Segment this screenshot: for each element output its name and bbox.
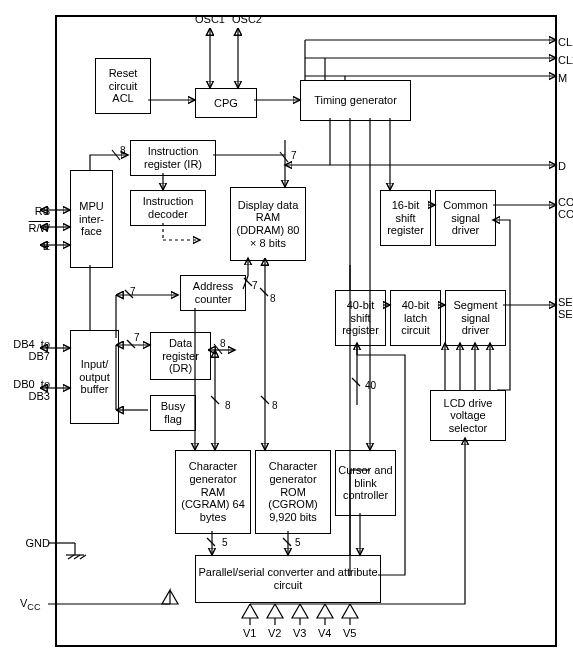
block-psattr: Parallel/serial converter and attribute …	[195, 555, 381, 603]
bus-addr-7: 7	[130, 286, 136, 297]
bus-dr-out-8: 8	[220, 338, 226, 349]
pin-db03: DB0 to DB3	[5, 378, 50, 402]
bus-ir-8: 8	[120, 145, 126, 156]
bus-ddram-dn-8: 8	[270, 293, 276, 304]
pin-e: E	[5, 240, 50, 252]
pin-m: M	[558, 72, 567, 84]
block-addr: Address counter	[180, 275, 246, 311]
bus-40: 40	[365, 380, 376, 391]
block-cpg: CPG	[195, 88, 257, 118]
block-shift40: 40-bit shift register	[335, 290, 386, 346]
block-ir: Instruction register (IR)	[130, 140, 216, 176]
block-reset: Reset circuit ACL	[95, 58, 151, 114]
pin-d: D	[558, 160, 566, 172]
bus-cgram-8a: 8	[225, 400, 231, 411]
pin-cl1: CL1	[558, 36, 573, 48]
pin-com: COM1 to COM16	[558, 196, 573, 220]
bus-ddram-to-addr-7: 7	[252, 280, 258, 291]
block-shift16: 16-bit shift register	[380, 190, 431, 246]
block-mpu: MPU inter- face	[70, 170, 113, 268]
bus-dr-7: 7	[134, 332, 140, 343]
bus-cgrom-5: 5	[295, 537, 301, 548]
pin-osc2: OSC2	[232, 13, 262, 25]
block-timing: Timing generator	[300, 80, 411, 121]
block-comdrv: Common signal driver	[435, 190, 496, 246]
block-ddram: Display data RAM (DDRAM) 80 × 8 bits	[230, 187, 306, 261]
block-lcdv: LCD drive voltage selector	[430, 390, 506, 441]
bus-cgrom-8: 8	[272, 400, 278, 411]
pin-rw: R/W	[5, 222, 50, 234]
pin-v2: V2	[268, 627, 281, 639]
bus-cgram-5: 5	[222, 537, 228, 548]
block-iobuf: Input/ output buffer	[70, 330, 119, 424]
pin-vcc: VCC	[20, 597, 41, 612]
block-latch40: 40-bit latch circuit	[390, 290, 441, 346]
pin-v1: V1	[243, 627, 256, 639]
pin-gnd: GND	[5, 537, 50, 549]
pin-db47: DB4 to DB7	[5, 338, 50, 362]
block-idec: Instruction decoder	[130, 190, 206, 226]
bus-ddram-7: 7	[291, 150, 297, 161]
block-cgrom: Character generator ROM (CGROM) 9,920 bi…	[255, 450, 331, 534]
pin-cl2: CL2	[558, 54, 573, 66]
pin-v3: V3	[293, 627, 306, 639]
block-cursor: Cursor and blink controller	[335, 450, 396, 516]
pin-v5: V5	[343, 627, 356, 639]
block-segdrv: Segment signal driver	[445, 290, 506, 346]
pin-seg: SEG1 to SEG40	[558, 296, 573, 320]
block-cgram: Character generator RAM (CGRAM) 64 bytes	[175, 450, 251, 534]
pin-osc1: OSC1	[195, 13, 225, 25]
pin-rs: RS	[5, 205, 50, 217]
block-dr: Data register (DR)	[150, 332, 211, 380]
block-busy: Busy flag	[150, 395, 196, 431]
pin-v4: V4	[318, 627, 331, 639]
